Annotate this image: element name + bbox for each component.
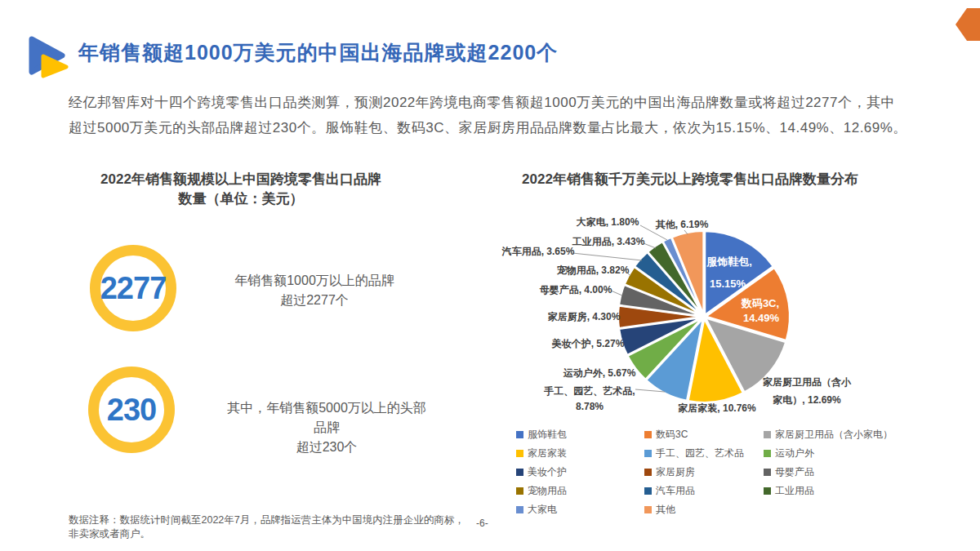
legend-item-家居厨房: 家居厨房 (644, 463, 764, 482)
legend-label: 其他 (656, 503, 675, 517)
legend-item-家居家装: 家居家装 (516, 444, 644, 463)
legend-label: 母婴产品 (775, 465, 814, 479)
pie-label-服饰鞋包: 15.15% (710, 278, 746, 290)
legend-label: 手工、园艺、艺术品 (656, 447, 744, 460)
intro-paragraph: 经亿邦智库对十四个跨境零售出口品类测算，预测2022年跨境电商零售额超1000万… (69, 90, 926, 140)
legend-label: 家居厨卫用品（含小家电） (775, 428, 893, 442)
legend-swatch-icon (764, 487, 771, 495)
legend-label: 工业用品 (775, 484, 814, 498)
stat-desc-230: 其中，年销售额5000万以上的头部 品牌 超过230个 (220, 398, 433, 457)
legend-item-运动户外: 运动户外 (764, 444, 911, 463)
page-number: -6- (476, 518, 488, 529)
left-chart-title-line2: 数量（单位：美元） (179, 191, 304, 207)
pie-label-大家电: 大家电, 1.80% (577, 216, 639, 228)
legend-label: 家居家装 (528, 447, 567, 460)
legend-swatch-icon (516, 487, 523, 495)
right-chart-title: 2022年销售额千万美元以上跨境零售出口品牌数量分布 (502, 170, 878, 189)
legend-item-手工、园艺、艺术品: 手工、园艺、艺术品 (644, 444, 764, 463)
legend-swatch-icon (764, 450, 771, 457)
left-chart-title-line1: 2022年销售额规模以上中国跨境零售出口品牌 (100, 171, 381, 187)
pie-label-工业用品: 工业用品, 3.43% (572, 236, 645, 247)
legend-label: 宠物用品 (528, 484, 567, 498)
legend-label: 家居厨房 (656, 465, 695, 479)
legend-label: 美妆个护 (528, 465, 567, 479)
pie-label-数码3C: 14.49% (743, 312, 780, 324)
legend-swatch-icon (516, 506, 523, 513)
pie-label-宠物用品: 宠物用品, 3.82% (557, 264, 630, 276)
pie-label-家居家装: 家居家装, 10.76% (678, 402, 756, 414)
stat-ring-230: 230 (88, 367, 175, 453)
legend-item-母婴产品: 母婴产品 (764, 463, 911, 482)
stat-value-2277: 2277 (100, 271, 167, 306)
intro-line-1: 经亿邦智库对十四个跨境零售出口品类测算，预测2022年跨境电商零售额超1000万… (69, 95, 895, 110)
pie-label-汽车用品: 汽车用品, 3.65% (501, 246, 575, 257)
intro-line-2: 超过5000万美元的头部品牌超过230个。服饰鞋包、数码3C、家居厨房用品品牌数… (69, 120, 907, 136)
hexagon-decoration (956, 8, 980, 41)
stat-desc-2277: 年销售额1000万以上的品牌 超过2277个 (216, 271, 412, 310)
legend-item-大家电: 大家电 (516, 500, 644, 519)
left-chart-title: 2022年销售额规模以上中国跨境零售出口品牌 数量（单位：美元） (65, 170, 416, 209)
legend-swatch-icon (516, 431, 523, 438)
legend-label: 服饰鞋包 (528, 428, 567, 442)
pie-label-运动户外: 运动户外, 5.67% (563, 367, 636, 379)
legend-item-工业用品: 工业用品 (764, 482, 911, 500)
page-title: 年销售额超1000万美元的中国出海品牌或超2200个 (78, 39, 558, 66)
legend-swatch-icon (644, 469, 652, 476)
legend-swatch-icon (516, 469, 523, 476)
pie-label-美妆个护: 美妆个护, 5.27% (551, 338, 625, 349)
legend-swatch-icon (644, 450, 652, 457)
pie-label-母婴产品: 母婴产品, 4.00% (539, 284, 612, 295)
legend-swatch-icon (516, 450, 523, 457)
pie-label-手工、园艺、艺术品: 手工、园艺、艺术品, (543, 385, 635, 397)
legend-item-家居厨卫用品（含小家电）: 家居厨卫用品（含小家电） (764, 425, 911, 444)
legend-swatch-icon (764, 469, 771, 476)
legend-item-美妆个护: 美妆个护 (516, 463, 644, 482)
pie-label-服饰鞋包: 服饰鞋包, (706, 256, 752, 268)
legend-label: 大家电 (528, 503, 557, 517)
legend-label: 汽车用品 (656, 484, 695, 498)
pie-label-家居厨房: 家居厨房, 4.30% (548, 311, 621, 322)
pie-label-家居厨卫用品（含小家电）: 家电）, 12.69% (773, 394, 841, 406)
slide: 年销售额超1000万美元的中国出海品牌或超2200个 经亿邦智库对十四个跨境零售… (0, 0, 980, 551)
legend-label: 运动户外 (775, 447, 814, 460)
legend-item-汽车用品: 汽车用品 (644, 482, 764, 500)
label-leader-line (572, 253, 642, 260)
footer-note: 数据注释：数据统计时间截至2022年7月，品牌指运营主体为中国境内注册企业的商标… (69, 513, 501, 541)
pie-label-其他: 其他, 6.19% (655, 219, 709, 230)
legend-swatch-icon (644, 431, 652, 438)
legend-item-服饰鞋包: 服饰鞋包 (516, 425, 644, 444)
pie-chart: 服饰鞋包,15.15%数码3C,14.49%家居厨卫用品（含小家电）, 12.6… (490, 202, 964, 423)
pie-label-家居厨卫用品（含小家电）: 家居厨卫用品（含小 (763, 376, 852, 388)
legend-label: 数码3C (656, 428, 688, 442)
stat-ring-2277: 2277 (90, 245, 176, 331)
legend-item-数码3C: 数码3C (644, 425, 764, 444)
legend-swatch-icon (644, 506, 652, 513)
legend-item-其他: 其他 (644, 500, 764, 519)
play-triangles-icon (28, 36, 74, 78)
pie-label-数码3C: 数码3C, (741, 297, 779, 309)
pie-label-手工、园艺、艺术品: 8.78% (576, 401, 604, 412)
pie-legend: 服饰鞋包数码3C家居厨卫用品（含小家电）家居家装手工、园艺、艺术品运动户外美妆个… (516, 425, 911, 519)
legend-swatch-icon (644, 487, 652, 495)
legend-swatch-icon (764, 431, 771, 438)
legend-item-宠物用品: 宠物用品 (516, 482, 644, 500)
stat-value-230: 230 (107, 393, 156, 428)
